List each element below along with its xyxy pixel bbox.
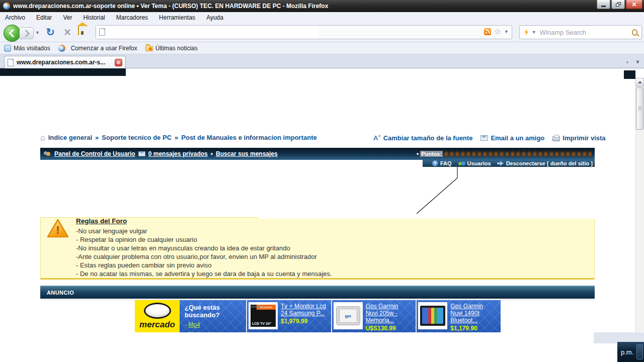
breadcrumb-topic[interactable]: Post de Manuales e informacion important… [181, 134, 316, 141]
change-font-size-link[interactable]: A+ Cambiar tamaño de la fuente [373, 134, 472, 142]
money-bag-icon [500, 151, 504, 157]
scrollbar-up-arrow[interactable] [635, 78, 644, 86]
menu-ayuda[interactable]: Ayuda [206, 14, 223, 21]
product-info: Gps Garmin Nuvi 1490t Bluetoot... $1,179… [447, 300, 497, 332]
bookmark-star-icon[interactable]: ☆ [494, 28, 501, 35]
reload-icon: ↻ [46, 26, 55, 38]
tab-active[interactable]: www.dreparaciones.com.ar-s... ✕ [4, 56, 126, 68]
close-button[interactable]: ✕ [626, 0, 642, 9]
restore-button[interactable] [611, 0, 625, 9]
breadcrumb-separator: » [95, 134, 99, 141]
printer-icon [552, 136, 560, 141]
bookmark-latest-news[interactable]: Últimas noticias [145, 45, 198, 52]
users-icon [458, 161, 465, 166]
product-price: $1,979.99 [281, 318, 327, 325]
money-bag-icon [566, 151, 571, 157]
product-link[interactable]: Gps Garmin Nuvi 1490t Bluetoot... [450, 303, 497, 324]
money-bag-icon [466, 151, 471, 157]
minimize-button[interactable] [597, 0, 610, 9]
product-info: Gps Garmin Nuvi 205w - Memoria... U$S130… [363, 300, 412, 332]
tool-label: Email a un amigo [491, 134, 544, 142]
url-bar-icons: ☆ ▼ [484, 28, 509, 35]
window-title: www.dreparaciones.com.ar-soporte online … [13, 3, 328, 10]
email-friend-link[interactable]: Email a un amigo [480, 134, 544, 142]
ad-quick-link-mp4[interactable]: - Mp4 [185, 321, 246, 328]
home-button[interactable] [78, 26, 90, 38]
money-bag-icon [572, 151, 576, 157]
history-dropdown-button[interactable]: ▼ [35, 30, 40, 35]
money-bag-icon [522, 151, 526, 157]
product-image: annytech SAMSUNG LCD TV 24" [249, 302, 278, 329]
money-bag-icon [455, 151, 460, 157]
url-dropdown-icon[interactable]: ▼ [504, 29, 509, 34]
product-image [418, 302, 447, 329]
most-visited-icon [4, 45, 11, 52]
product-price: U$S130.99 [366, 325, 412, 332]
tab-close-button[interactable]: ✕ [115, 59, 122, 66]
money-bag-icon [583, 151, 587, 157]
forward-button[interactable] [20, 27, 34, 39]
list-all-tabs-button[interactable]: ▼ [633, 56, 642, 67]
search-input[interactable] [539, 28, 629, 37]
back-button[interactable] [4, 25, 21, 42]
faq-link[interactable]: ? FAQ [432, 160, 452, 166]
search-box: ▼ [519, 25, 642, 39]
user-control-panel-link[interactable]: Panel de Control de Usuario [54, 150, 135, 157]
bullet-separator: • [417, 150, 419, 157]
members-link[interactable]: Usuarios [458, 160, 491, 166]
bookmark-most-visited[interactable]: Más visitados [4, 45, 50, 52]
taskbar-edge-button[interactable] [636, 344, 643, 359]
money-bag-icon [560, 151, 565, 157]
tab-title: www.dreparaciones.com.ar-s... [17, 59, 105, 66]
stop-button[interactable]: × [60, 25, 74, 39]
faq-label: FAQ [440, 160, 452, 166]
menu-herramientas[interactable]: Herramientas [159, 14, 195, 21]
mercadolibre-ad-banner[interactable]: mercado ¿Qué estás buscando? - Mp4 - Net… [135, 300, 501, 332]
menu-editar[interactable]: Editar [36, 14, 52, 21]
scrollbar-thumb[interactable] [636, 87, 643, 130]
menu-marcadores[interactable]: Marcadores [116, 14, 148, 21]
product-link[interactable]: Gps Garmin Nuvi 205w - Memoria... [366, 303, 412, 324]
mercadolibre-logo-block[interactable]: mercado [135, 300, 180, 332]
print-view-link[interactable]: Imprimir vista [552, 134, 605, 142]
url-bar[interactable]: ☆ ▼ [96, 25, 512, 39]
ad-product-tile[interactable]: annytech SAMSUNG LCD TV 24" Tv + Monitor… [247, 300, 331, 332]
menu-historial[interactable]: Historial [83, 14, 105, 21]
menu-bar: Archivo Editar Ver Historial Marcadores … [0, 12, 644, 23]
bookmarks-toolbar: Más visitados Comenzar a usar Firefox Úl… [0, 42, 644, 54]
bookmark-getting-started[interactable]: Comenzar a usar Firefox [58, 45, 137, 52]
search-own-posts-link[interactable]: Buscar sus mensajes [216, 150, 278, 157]
email-icon [480, 135, 488, 141]
mercadolibre-wordmark: mercado [135, 320, 180, 330]
unpainted-patch [259, 215, 595, 219]
rules-title: Reglas del Foro [76, 217, 127, 225]
image-caption: LCD TV 24" [252, 322, 271, 325]
money-bag-icon [527, 151, 532, 157]
quick-link-label[interactable]: Mp4 [188, 321, 200, 328]
search-engine-dropdown-icon[interactable]: ▼ [532, 30, 536, 35]
ad-product-tile[interactable]: Gps Garmin Nuvi 1490t Bluetoot... $1,179… [417, 300, 501, 332]
reload-button[interactable]: ↻ [43, 25, 57, 39]
winamp-search-engine-icon[interactable] [524, 29, 529, 36]
logout-link[interactable]: Desconectarse [ dueño del sitio ] [497, 160, 593, 166]
breadcrumb-forum[interactable]: Soporte tecnico de PC [102, 134, 172, 141]
private-messages-link[interactable]: 0 mensajes privados [148, 150, 208, 157]
rule-line: -Ante cualquier problema con otro usuari… [76, 252, 529, 261]
ad-question: ¿Qué estás buscando? [185, 304, 246, 319]
money-bag-icon [489, 151, 493, 157]
search-magnifier-icon[interactable] [632, 29, 637, 36]
tool-label: Cambiar tamaño de la fuente [383, 134, 473, 142]
breadcrumb: ⌂ Indice general » Soporte tecnico de PC… [40, 134, 317, 141]
breadcrumb-index[interactable]: Indice general [48, 134, 92, 141]
new-tab-button[interactable]: ＋ [622, 56, 632, 67]
firefox-window: www.dreparaciones.com.ar-soporte online … [0, 0, 644, 362]
feed-folder-icon [145, 46, 153, 51]
unrendered-bottom-area [0, 332, 644, 362]
bullet-separator: • [211, 150, 213, 157]
menu-ver[interactable]: Ver [63, 14, 72, 21]
rss-feed-icon[interactable] [484, 28, 491, 35]
product-link[interactable]: Tv + Monitor Lcd 24 Samsung P... [281, 303, 327, 317]
menu-archivo[interactable]: Archivo [5, 14, 25, 21]
ad-product-tile[interactable]: gps Gps Garmin Nuvi 205w - Memoria... U$… [332, 300, 416, 332]
tab-favicon [8, 59, 14, 66]
